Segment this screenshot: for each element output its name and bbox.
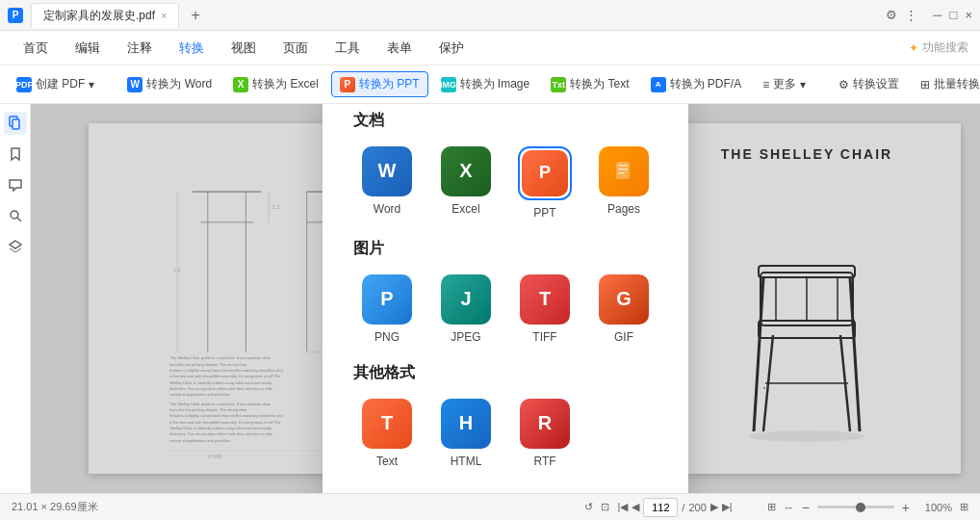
menu-forms[interactable]: 表单 (375, 36, 424, 61)
tab-close-btn[interactable]: × (161, 10, 167, 21)
close-btn[interactable]: × (965, 8, 972, 22)
format-grid-images: P PNG J JPEG T TIFF G (353, 274, 658, 344)
to-image-btn[interactable]: IMG 转换为 Image (432, 71, 539, 97)
menu-convert[interactable]: 转换 (168, 36, 216, 61)
format-png[interactable]: P PNG (353, 274, 421, 344)
svg-point-2 (11, 211, 18, 219)
sidebar-item-comments[interactable] (4, 173, 27, 196)
more-btn[interactable]: ≡ 更多 ▾ (754, 71, 814, 97)
fit-width-btn[interactable]: ↔ (784, 502, 794, 513)
more-label: 更多 (773, 76, 796, 92)
to-text-btn[interactable]: Txt 转换为 Text (542, 71, 637, 97)
titlebar: P 定制家具的发展史.pdf × + ⚙ ⋮ ─ □ × (0, 0, 980, 31)
excel-label: Excel (451, 202, 479, 216)
to-image-label: 转换为 Image (460, 76, 530, 92)
zoom-slider[interactable] (817, 506, 894, 508)
first-page-btn[interactable]: |◀ (617, 501, 628, 513)
text-label: Text (376, 455, 398, 468)
section-title-images: 图片 (353, 239, 658, 259)
to-excel-btn[interactable]: X 转换为 Excel (224, 71, 327, 97)
last-page-btn[interactable]: ▶| (722, 501, 733, 513)
tiff-format-icon: T (520, 274, 570, 325)
page-separator: / (682, 502, 684, 513)
sidebar-item-pages[interactable] (4, 112, 27, 135)
main-area: 1.2 1.2 1.2 The Shelley Chair profile is… (0, 104, 980, 493)
format-word[interactable]: W Word (353, 146, 421, 220)
rotate-icon[interactable]: ↺ (584, 501, 593, 513)
minimize-btn[interactable]: ─ (933, 8, 941, 22)
text-format-icon: T (362, 399, 412, 449)
convert-settings-btn[interactable]: ⚙ 转换设置 (830, 71, 908, 97)
svg-rect-1 (13, 119, 19, 129)
toolbar: PDF 创建 PDF ▾ W 转换为 Word X 转换为 Excel P 转换… (0, 65, 980, 104)
jpeg-label: JPEG (451, 330, 480, 344)
zoom-in-btn[interactable]: + (902, 500, 910, 515)
menu-tools[interactable]: 工具 (323, 36, 372, 61)
to-word-label: 转换为 Word (146, 76, 212, 92)
pages-format-icon (599, 146, 649, 196)
png-format-icon: P (362, 274, 412, 325)
format-pages[interactable]: Pages (590, 146, 658, 220)
format-ppt[interactable]: P PPT (511, 146, 579, 220)
image-icon: IMG (441, 77, 456, 92)
format-rtf[interactable]: R RTF (511, 399, 579, 468)
next-page-btn[interactable]: ▶ (710, 501, 718, 513)
prev-page-btn[interactable]: ◀ (632, 501, 639, 513)
rtf-format-icon: R (520, 399, 570, 449)
to-pdfa-label: 转换为 PDF/A (670, 76, 742, 92)
zoom-out-btn[interactable]: − (802, 500, 810, 515)
svg-rect-55 (616, 162, 630, 179)
to-pdfa-btn[interactable]: A 转换为 PDF/A (642, 71, 751, 97)
sidebar-item-search[interactable] (4, 204, 27, 227)
fit-icon[interactable]: ⊡ (601, 501, 609, 513)
app-icon: P (8, 8, 23, 23)
comment-icon (8, 177, 23, 193)
to-text-label: 转换为 Text (570, 76, 629, 92)
new-tab-btn[interactable]: + (191, 7, 199, 24)
format-html[interactable]: H HTML (432, 399, 500, 468)
create-pdf-btn[interactable]: PDF 创建 PDF ▾ (8, 71, 103, 97)
menubar: 首页 编辑 注释 转换 视图 页面 工具 表单 保护 ✦ 功能搜索 (0, 31, 980, 65)
menu-edit[interactable]: 编辑 (64, 36, 112, 61)
file-tab[interactable]: 定制家具的发展史.pdf × (31, 3, 179, 28)
batch-convert-btn[interactable]: ⊞ 批量转换 (912, 71, 980, 97)
menu-protect[interactable]: 保护 (427, 36, 476, 61)
svg-rect-56 (618, 165, 628, 167)
maximize-btn[interactable]: □ (950, 8, 958, 22)
fit-page-btn[interactable]: ⊞ (767, 501, 776, 513)
menu-icon[interactable]: ⋮ (905, 8, 917, 22)
pages-icon (8, 116, 23, 131)
word-label: Word (374, 202, 400, 216)
zoom-expand-btn[interactable]: ⊞ (960, 501, 968, 513)
format-excel[interactable]: X Excel (432, 146, 500, 220)
convert-dialog: 文档 W Word X Excel P (322, 104, 688, 493)
settings-icon[interactable]: ⚙ (886, 8, 897, 22)
page-input[interactable] (643, 498, 678, 517)
menu-search-area[interactable]: ✦ 功能搜索 (909, 39, 968, 56)
jpeg-format-icon: J (441, 274, 491, 325)
menu-view[interactable]: 视图 (219, 36, 268, 61)
to-excel-label: 转换为 Excel (252, 76, 319, 92)
gif-format-icon: G (599, 274, 649, 325)
format-grid-documents: W Word X Excel P PPT (353, 146, 658, 220)
to-word-btn[interactable]: W 转换为 Word (118, 71, 220, 97)
format-gif[interactable]: G GIF (590, 274, 658, 344)
format-jpeg[interactable]: J JPEG (432, 274, 500, 344)
sidebar-item-bookmarks[interactable] (4, 143, 27, 166)
format-text[interactable]: T Text (353, 399, 421, 468)
svg-line-6 (15, 248, 21, 252)
format-tiff[interactable]: T TIFF (511, 274, 579, 344)
sidebar-item-layers[interactable] (4, 235, 27, 258)
search-icon (8, 208, 23, 223)
menu-home[interactable]: 首页 (12, 36, 60, 61)
to-ppt-btn[interactable]: P 转换为 PPT (331, 71, 428, 97)
convert-settings-label: 转换设置 (853, 76, 899, 92)
svg-rect-58 (618, 172, 625, 174)
svg-marker-4 (10, 241, 21, 248)
excel-format-icon: X (441, 146, 491, 196)
menu-annotate[interactable]: 注释 (116, 36, 164, 61)
create-pdf-arrow: ▾ (89, 78, 94, 91)
png-label: PNG (374, 330, 400, 344)
menu-page[interactable]: 页面 (271, 36, 320, 61)
ppt-selected-border: P (518, 146, 572, 200)
